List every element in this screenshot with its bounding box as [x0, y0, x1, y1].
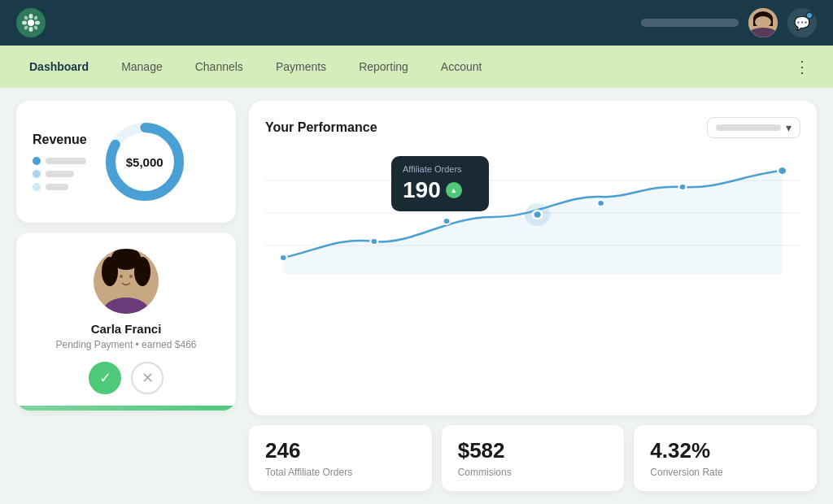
svg-point-15	[129, 275, 133, 278]
chat-badge	[805, 11, 813, 20]
affiliate-actions: ✓ ✕	[89, 362, 164, 394]
legend-bar-1	[46, 158, 86, 164]
tooltip-label: Affiliate Orders	[403, 164, 478, 174]
stat-value-total-orders: 246	[265, 438, 416, 463]
period-dropdown[interactable]: ▾	[707, 117, 800, 138]
svg-point-28	[597, 200, 604, 206]
stat-value-commissions: $582	[458, 438, 608, 463]
right-panel: Your Performance ▾	[249, 101, 817, 491]
nav-item-manage[interactable]: Manage	[108, 54, 176, 80]
svg-point-14	[120, 275, 123, 278]
affiliate-name: Carla Franci	[91, 322, 162, 336]
svg-point-2	[29, 27, 33, 32]
affiliate-avatar	[94, 249, 159, 314]
reject-button[interactable]: ✕	[131, 362, 164, 394]
nav-item-payments[interactable]: Payments	[263, 54, 339, 80]
logo[interactable]	[16, 8, 46, 37]
stat-label-total-orders: Total Affiliate Orders	[265, 467, 416, 478]
topbar-search-bar	[641, 19, 739, 27]
chart-tooltip: Affiliate Orders 190 ▲	[391, 156, 489, 211]
svg-point-5	[24, 15, 28, 20]
legend-dot-1	[33, 157, 41, 165]
affiliate-status: Pending Payment • earned $466	[56, 339, 197, 350]
svg-point-27	[533, 211, 542, 219]
stat-value-conversion: 4.32%	[650, 438, 800, 463]
nav-item-reporting[interactable]: Reporting	[346, 54, 421, 80]
svg-point-24	[370, 238, 377, 245]
performance-card: Your Performance ▾	[249, 101, 817, 415]
legend-bar-2	[46, 171, 74, 177]
topbar-right: 💬	[641, 8, 817, 37]
svg-point-23	[280, 254, 287, 261]
svg-point-3	[22, 21, 27, 25]
legend-item-3	[33, 183, 87, 191]
chevron-down-icon: ▾	[786, 121, 792, 134]
revenue-amount: $5,000	[126, 155, 164, 169]
svg-point-7	[24, 25, 28, 30]
revenue-donut-chart: $5,000	[100, 117, 190, 206]
svg-point-8	[33, 25, 38, 30]
svg-point-6	[33, 15, 38, 20]
main-content: Revenue	[0, 88, 833, 504]
trend-up-icon: ▲	[450, 186, 457, 194]
stat-card-commissions: $582 Commisions	[442, 425, 625, 491]
svg-point-25	[443, 218, 451, 224]
stat-label-commissions: Commisions	[458, 467, 608, 478]
legend-bar-3	[46, 184, 68, 190]
stat-label-conversion: Conversion Rate	[650, 467, 800, 478]
nav-item-dashboard[interactable]: Dashboard	[16, 54, 102, 80]
approve-button[interactable]: ✓	[89, 362, 121, 394]
chart-area: Affiliate Orders 190 ▲	[265, 148, 800, 278]
legend-item-2	[33, 170, 87, 178]
revenue-title: Revenue	[33, 133, 87, 147]
nav-item-channels[interactable]: Channels	[182, 54, 256, 80]
performance-header: Your Performance ▾	[265, 117, 800, 138]
svg-point-4	[35, 21, 40, 25]
tooltip-value: 190 ▲	[403, 177, 478, 203]
svg-point-0	[28, 20, 34, 26]
chat-button[interactable]: 💬	[787, 8, 817, 37]
revenue-info: Revenue	[33, 133, 87, 191]
revenue-card: Revenue	[16, 101, 236, 223]
affiliate-card: Carla Franci Pending Payment • earned $4…	[16, 232, 236, 411]
svg-point-30	[778, 167, 787, 175]
dropdown-bar	[716, 124, 781, 131]
legend-item-1	[33, 157, 87, 165]
legend-dot-2	[33, 170, 41, 178]
trend-badge: ▲	[446, 182, 462, 198]
avatar[interactable]	[748, 8, 778, 37]
tooltip-number: 190	[403, 177, 441, 203]
more-menu-button[interactable]: ⋮	[787, 54, 817, 80]
chart-svg	[265, 148, 800, 278]
performance-title: Your Performance	[265, 120, 377, 135]
nav-item-account[interactable]: Account	[428, 54, 495, 80]
legend-dot-3	[33, 183, 41, 191]
stat-card-total-orders: 246 Total Affiliate Orders	[249, 425, 432, 491]
navbar: Dashboard Manage Channels Payments Repor…	[0, 46, 833, 88]
svg-point-1	[29, 14, 33, 19]
affiliate-avatar-svg	[94, 249, 159, 314]
left-panel: Revenue	[16, 101, 236, 491]
svg-point-29	[679, 184, 687, 190]
stat-card-conversion: 4.32% Conversion Rate	[634, 425, 817, 491]
stats-row: 246 Total Affiliate Orders $582 Commisio…	[249, 425, 817, 491]
revenue-legend	[33, 157, 87, 191]
topbar: 💬	[0, 0, 833, 46]
